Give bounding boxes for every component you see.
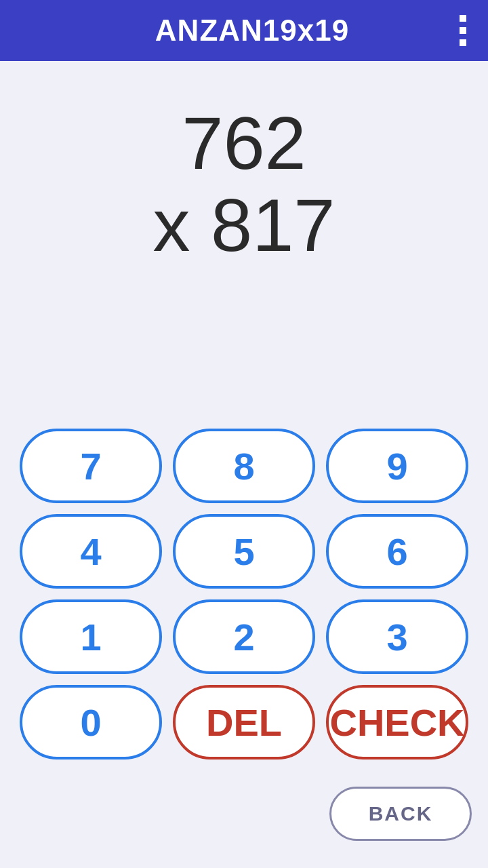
key-8[interactable]: 8 — [173, 429, 315, 503]
key-3[interactable]: 3 — [326, 599, 468, 674]
key-0[interactable]: 0 — [20, 685, 162, 760]
keypad-row-3: 1 2 3 — [16, 599, 472, 674]
key-1[interactable]: 1 — [20, 599, 162, 674]
keypad-row-1: 7 8 9 — [16, 429, 472, 503]
keypad-row-4: 0 DEL CHECK — [16, 685, 472, 760]
key-5[interactable]: 5 — [173, 514, 315, 589]
keypad: 7 8 9 4 5 6 1 2 3 0 DEL CHECK — [0, 429, 488, 773]
problem-expression: x 817 — [152, 184, 335, 266]
problem-area: 762 x 817 — [0, 61, 488, 429]
operator: x — [152, 183, 190, 267]
del-button[interactable]: DEL — [173, 685, 315, 760]
menu-dot — [460, 39, 466, 46]
menu-dot — [460, 27, 466, 34]
app-header: ANZAN19x19 — [0, 0, 488, 61]
key-9[interactable]: 9 — [326, 429, 468, 503]
menu-icon[interactable] — [454, 9, 472, 52]
key-2[interactable]: 2 — [173, 599, 315, 674]
menu-dot — [460, 15, 466, 22]
problem-number1: 762 — [182, 102, 306, 184]
keypad-row-2: 4 5 6 — [16, 514, 472, 589]
key-4[interactable]: 4 — [20, 514, 162, 589]
back-button[interactable]: BACK — [329, 787, 472, 841]
key-7[interactable]: 7 — [20, 429, 162, 503]
footer-area: BACK — [0, 773, 488, 868]
app-title: ANZAN19x19 — [50, 14, 454, 47]
key-6[interactable]: 6 — [326, 514, 468, 589]
check-button[interactable]: CHECK — [326, 685, 468, 760]
problem-number2: 817 — [211, 183, 336, 267]
